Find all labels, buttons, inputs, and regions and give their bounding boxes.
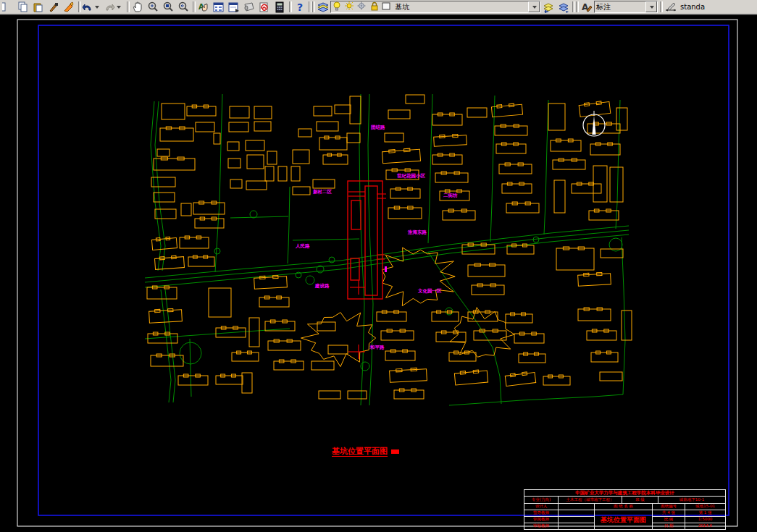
building-outline [390, 189, 420, 198]
text-style-dropdown-button[interactable] [645, 1, 657, 12]
road [428, 94, 432, 243]
building [454, 369, 488, 385]
dim-style-value[interactable]: standa [678, 3, 705, 11]
designcenter-icon[interactable] [211, 1, 226, 13]
sheet-set-icon[interactable] [241, 1, 256, 13]
drawing-canvas[interactable]: 团结路世纪花园小区淮海东路新村二区人民路建设路文化园一区和平路二街坊 基坑位置平… [0, 16, 757, 532]
irregular-building [301, 313, 376, 367]
building-outline [543, 376, 570, 385]
building [181, 203, 191, 216]
copy-icon[interactable] [15, 1, 30, 13]
building [382, 148, 420, 164]
zoom-previous-icon[interactable] [175, 1, 191, 13]
building-outline [335, 105, 351, 114]
zoom-realtime-icon[interactable] [145, 1, 160, 13]
building [154, 193, 175, 202]
text-style-icon[interactable]: A [579, 1, 594, 13]
building [317, 122, 338, 131]
building-outline [227, 142, 239, 151]
foundation-pit [365, 186, 377, 295]
text-style-combo[interactable]: 标注 [594, 1, 658, 13]
building [385, 350, 415, 360]
map-label: 二街坊 [443, 193, 458, 198]
layer-lock-icon[interactable] [369, 1, 380, 14]
dropdown-arrow-icon[interactable] [95, 6, 99, 9]
building-outline [154, 159, 195, 170]
building [249, 318, 259, 347]
properties-icon[interactable]: A [196, 1, 211, 13]
building-outline [502, 184, 532, 193]
layer-previous-icon[interactable] [540, 1, 556, 13]
building [548, 104, 565, 130]
building-outline [553, 160, 585, 169]
building [265, 166, 274, 181]
match-properties-icon[interactable] [46, 1, 61, 13]
building [467, 108, 487, 117]
paste-icon[interactable] [30, 1, 46, 13]
redo-icon[interactable] [103, 1, 125, 13]
building-outline [390, 369, 427, 383]
building [347, 133, 360, 143]
building-outline [443, 211, 475, 220]
building [247, 155, 264, 169]
markup-icon[interactable] [256, 1, 272, 13]
road [190, 339, 191, 397]
building [381, 329, 414, 340]
building [195, 217, 224, 228]
building-outline [291, 166, 300, 181]
building [230, 180, 242, 188]
building-outline [519, 354, 545, 363]
building [328, 345, 348, 354]
building [246, 140, 264, 151]
layer-on-bulb-icon[interactable] [332, 1, 343, 14]
tool-palettes-icon[interactable] [226, 1, 241, 13]
building [506, 313, 532, 323]
road [155, 101, 165, 271]
title-block: 中国矿业大学力学与建筑工程学院本科毕业设计 专业(方向) 土木工程（城市地下工程… [524, 489, 726, 530]
building-outline [382, 149, 421, 164]
pan-icon[interactable] [130, 1, 145, 13]
building [193, 201, 225, 214]
building [187, 105, 216, 116]
building-outline [313, 180, 335, 188]
building-outline [499, 164, 532, 174]
building-outline [506, 314, 532, 323]
layer-states-icon[interactable] [556, 1, 571, 13]
layer-combo[interactable]: 基坑 [330, 1, 540, 13]
layer-color-swatch[interactable] [381, 1, 393, 14]
road [449, 394, 623, 405]
edit-icon[interactable] [61, 1, 76, 13]
map-label: 团结路 [371, 124, 385, 130]
building [507, 244, 534, 254]
help-icon[interactable]: ? [292, 1, 307, 13]
building-outline [394, 390, 424, 399]
layer-properties-icon[interactable] [315, 1, 330, 13]
layer-vp-freeze-icon[interactable] [356, 1, 368, 14]
building [267, 151, 277, 164]
building [436, 331, 466, 342]
building [432, 311, 459, 321]
dim-style-icon[interactable] [663, 1, 678, 13]
layer-freeze-sun-icon[interactable] [344, 1, 356, 14]
building-outline [274, 361, 304, 370]
clipped-left-icon[interactable] [0, 1, 15, 13]
building-outline [347, 133, 360, 143]
undo-icon[interactable] [81, 1, 103, 13]
building [293, 187, 310, 195]
building-outline [151, 355, 183, 366]
building-outline [462, 245, 495, 254]
date-label: 日 期 [652, 523, 685, 530]
building [278, 166, 287, 181]
dropdown-arrow-icon[interactable] [117, 6, 121, 9]
layer-combo-dropdown-button[interactable] [528, 1, 540, 12]
zoom-window-icon[interactable] [160, 1, 175, 13]
map-label: 和平路 [369, 345, 385, 350]
building-outline [180, 237, 209, 248]
building-outline [157, 149, 170, 156]
building [390, 368, 427, 383]
building-outline [195, 219, 224, 228]
building-outline [246, 140, 264, 151]
quickcalc-icon[interactable] [272, 1, 287, 13]
building-outline [432, 312, 459, 321]
building [228, 159, 241, 168]
